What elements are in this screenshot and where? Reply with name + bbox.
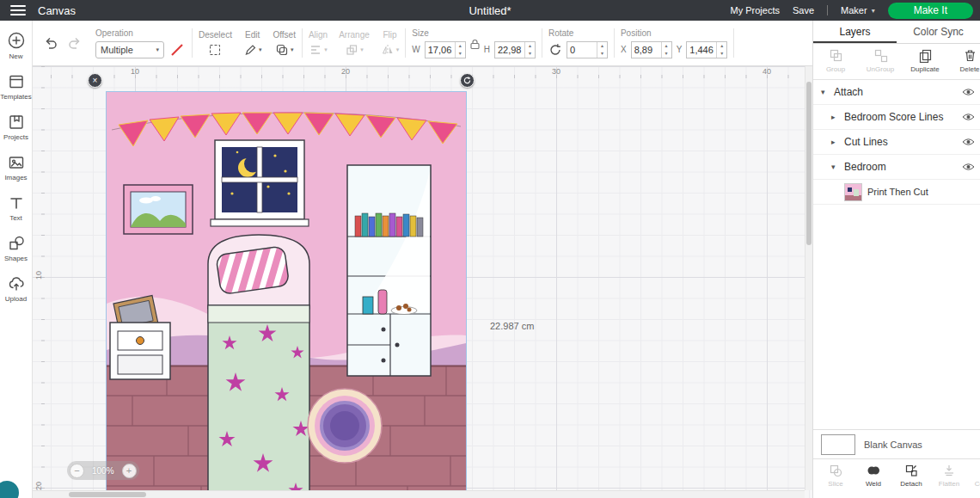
layer-row-attach[interactable]: ▾ Attach bbox=[813, 80, 980, 105]
height-dimension-label: 22.987 cm bbox=[490, 321, 534, 331]
horizontal-scrollbar[interactable] bbox=[33, 490, 805, 498]
bed[interactable] bbox=[205, 235, 309, 498]
detach-button[interactable]: Detach bbox=[892, 464, 930, 498]
my-projects-link[interactable]: My Projects bbox=[731, 5, 780, 15]
x-input[interactable]: ▴▾ bbox=[631, 41, 672, 58]
topbar-right: My Projects Save Maker ▾ Make It bbox=[731, 3, 973, 19]
size-group: Size W ▴▾ H ▴▾ bbox=[407, 28, 541, 58]
operation-group: Operation Multiple ▾ bbox=[90, 28, 191, 58]
rotate-stepper[interactable]: ▴▾ bbox=[597, 42, 607, 58]
height-input[interactable]: ▴▾ bbox=[494, 41, 536, 58]
detach-icon bbox=[904, 464, 918, 477]
machine-selector[interactable]: Maker ▾ bbox=[841, 5, 875, 15]
y-field[interactable] bbox=[687, 42, 716, 58]
sidebar-item-images[interactable]: Images bbox=[0, 154, 32, 181]
height-field[interactable] bbox=[495, 42, 524, 58]
eye-icon[interactable] bbox=[962, 163, 975, 171]
undo-icon[interactable] bbox=[43, 35, 58, 51]
edit-button[interactable]: Edit ▾ bbox=[238, 30, 267, 57]
picture-frame[interactable] bbox=[124, 185, 193, 234]
layer-row-score-lines[interactable]: ▸ Bedroom Score Lines bbox=[813, 105, 980, 130]
template-icon bbox=[8, 73, 25, 90]
left-sidebar: New Templates Projects Images Text Shape… bbox=[0, 21, 33, 498]
eye-icon[interactable] bbox=[962, 88, 975, 96]
design-canvas[interactable]: 10 20 30 40 10 20 × 22.987 cm − bbox=[33, 66, 812, 498]
vertical-scrollbar[interactable] bbox=[805, 66, 812, 490]
lock-icon[interactable] bbox=[470, 39, 480, 50]
offset-button[interactable]: Offset ▾ bbox=[267, 30, 301, 57]
horizontal-scrollbar-thumb[interactable] bbox=[69, 492, 146, 497]
x-stepper[interactable]: ▴▾ bbox=[661, 42, 671, 58]
align-icon bbox=[309, 43, 322, 57]
weld-button[interactable]: Weld bbox=[854, 464, 892, 498]
app-title: Canvas bbox=[38, 4, 76, 17]
sidebar-item-templates[interactable]: Templates bbox=[0, 73, 32, 101]
arrange-button: Arrange ▾ bbox=[334, 30, 375, 57]
remove-handle[interactable]: × bbox=[88, 73, 102, 88]
flatten-button: Flatten bbox=[930, 464, 968, 498]
top-bar: Canvas Untitled* My Projects Save Maker … bbox=[0, 0, 980, 21]
sidebar-item-new[interactable]: New bbox=[0, 31, 32, 60]
caret-right-icon[interactable]: ▸ bbox=[831, 138, 839, 146]
rotate-input[interactable]: ▴▾ bbox=[567, 41, 608, 58]
save-link[interactable]: Save bbox=[793, 5, 814, 15]
width-field[interactable] bbox=[426, 42, 455, 58]
offset-icon bbox=[275, 43, 289, 57]
redo-icon[interactable] bbox=[67, 35, 83, 51]
eye-icon[interactable] bbox=[962, 113, 975, 121]
y-input[interactable]: ▴▾ bbox=[686, 41, 727, 58]
width-input[interactable]: ▴▾ bbox=[425, 41, 466, 58]
vertical-scrollbar-thumb[interactable] bbox=[806, 82, 812, 245]
sidebar-item-text[interactable]: Text bbox=[0, 194, 32, 222]
rotate-handle[interactable] bbox=[460, 73, 475, 88]
caret-right-icon[interactable]: ▸ bbox=[831, 113, 839, 121]
rotate-field[interactable] bbox=[567, 42, 597, 58]
bedroom-artwork[interactable] bbox=[107, 92, 466, 498]
sidebar-item-projects[interactable]: Projects bbox=[0, 114, 32, 141]
height-stepper[interactable]: ▴▾ bbox=[524, 42, 535, 58]
chevron-down-icon: ▾ bbox=[360, 46, 364, 53]
rug[interactable] bbox=[308, 389, 382, 463]
position-group: Position X ▴▾ Y ▴▾ bbox=[616, 28, 732, 58]
eye-icon[interactable] bbox=[962, 138, 975, 146]
operation-label: Operation bbox=[95, 28, 186, 38]
rotate-icon[interactable] bbox=[548, 43, 562, 57]
make-it-button[interactable]: Make It bbox=[888, 3, 973, 19]
layer-row-cut-lines[interactable]: ▸ Cut Lines bbox=[813, 130, 980, 155]
weld-icon bbox=[867, 464, 880, 477]
group-button: Group bbox=[813, 48, 858, 79]
menu-icon[interactable] bbox=[10, 5, 26, 15]
upload-cloud-icon bbox=[8, 275, 25, 292]
caret-down-icon[interactable]: ▾ bbox=[821, 88, 829, 96]
text-icon bbox=[8, 194, 25, 212]
shapes-icon bbox=[8, 235, 25, 252]
window[interactable] bbox=[211, 140, 309, 226]
deselect-button[interactable]: Deselect bbox=[193, 30, 237, 57]
zoom-in-button[interactable]: + bbox=[122, 464, 137, 478]
layer-row-print-then-cut[interactable]: Print Then Cut bbox=[813, 180, 980, 205]
layer-thumbnail bbox=[844, 183, 862, 201]
linetype-swatch[interactable] bbox=[168, 41, 186, 58]
y-stepper[interactable]: ▴▾ bbox=[716, 42, 726, 58]
layer-row-bedroom[interactable]: ▾ Bedroom bbox=[813, 155, 980, 180]
document-title[interactable]: Untitled* bbox=[469, 4, 511, 17]
toolbar-divider bbox=[192, 28, 193, 58]
rotate-label: Rotate bbox=[548, 28, 608, 38]
tab-layers[interactable]: Layers bbox=[813, 21, 897, 43]
sidebar-item-upload[interactable]: Upload bbox=[0, 275, 32, 303]
caret-down-icon[interactable]: ▾ bbox=[831, 163, 839, 171]
zoom-control: − 100% + bbox=[67, 461, 139, 480]
operation-select[interactable]: Multiple ▾ bbox=[95, 41, 164, 58]
y-label: Y bbox=[677, 45, 683, 54]
width-stepper[interactable]: ▴▾ bbox=[455, 42, 465, 58]
zoom-out-button[interactable]: − bbox=[70, 464, 84, 478]
tab-color-sync[interactable]: Color Sync bbox=[897, 21, 980, 43]
bookshelf[interactable] bbox=[347, 165, 431, 376]
align-button: Align ▾ bbox=[303, 30, 333, 57]
canvas-color-swatch[interactable] bbox=[821, 434, 855, 455]
x-field[interactable] bbox=[632, 42, 661, 58]
delete-button[interactable]: Delete bbox=[947, 48, 980, 79]
sidebar-item-shapes[interactable]: Shapes bbox=[0, 235, 32, 262]
chevron-down-icon: ▾ bbox=[156, 46, 159, 53]
duplicate-button[interactable]: Duplicate bbox=[903, 48, 947, 79]
